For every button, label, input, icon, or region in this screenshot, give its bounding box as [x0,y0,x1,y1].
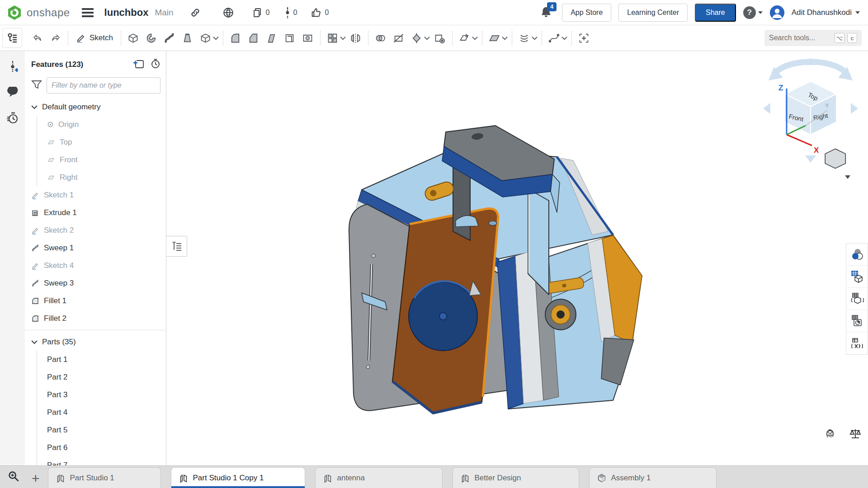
mirror-tool[interactable] [347,29,365,47]
tree-item-fillet-2[interactable]: Fillet 2 [25,310,166,327]
create-version-icon[interactable] [0,57,25,77]
user-avatar[interactable] [770,5,784,20]
tree-item-sketch-2[interactable]: Sketch 2 [25,221,166,239]
tree-item-sweep-1[interactable]: Sweep 1 [25,239,166,257]
view-arrow-right[interactable] [851,103,858,114]
custom-feature-tool[interactable] [575,29,593,47]
model-canvas[interactable]: Top Front Right Z X Y [166,51,868,466]
sketch-button[interactable]: Sketch [71,33,118,43]
part-table-icon[interactable] [846,266,868,288]
tree-item-part-5[interactable]: Part 5 [37,421,166,439]
tab-part-studio-1-copy-1[interactable]: Part Studio 1 Copy 1 [171,467,305,488]
user-menu[interactable]: Adit Dhanushkodi [792,8,860,17]
tree-item-part-4[interactable]: Part 4 [37,404,166,421]
document-menu-icon[interactable] [82,8,94,17]
fillet-tool[interactable] [226,29,245,47]
tree-item-sketch-4[interactable]: Sketch 4 [25,257,166,274]
default-geometry-group[interactable]: Default geometry [25,98,166,116]
tree-item-part-2[interactable]: Part 2 [37,368,166,386]
draft-tool[interactable] [263,29,281,47]
modify-fillet-tool[interactable] [408,29,426,47]
hole-tool[interactable] [299,29,317,47]
new-folder-icon[interactable] [132,59,144,70]
view-mode-button[interactable] [825,149,850,179]
boolean-tool[interactable] [372,29,390,47]
tab-part-studio-1[interactable]: Part Studio 1 [48,467,161,488]
history-icon[interactable] [0,108,25,128]
tree-item-sweep-3[interactable]: Sweep 3 [25,274,166,292]
versions-counter[interactable]: 0 [285,7,297,19]
lunchbox-model[interactable] [349,126,642,413]
tab-search-icon[interactable] [7,470,20,484]
custom-table-icon[interactable] [846,310,868,332]
plane-tool[interactable] [486,29,504,47]
tree-item-fillet-1[interactable]: Fillet 1 [25,292,166,310]
app-store-button[interactable]: App Store [562,4,611,22]
tree-item-right-plane[interactable]: Right [37,169,166,186]
rollback-history-icon[interactable] [150,58,160,71]
tree-item-origin[interactable]: Origin [37,116,166,133]
configuration-table-icon[interactable] [846,288,868,310]
copies-counter[interactable]: 0 [252,7,270,18]
tree-item-part-7[interactable]: Part 7 [37,456,166,466]
new-tab-button[interactable]: + [32,472,40,485]
plane-dropdown-caret[interactable] [502,34,508,42]
workspace-name[interactable]: Main [155,8,173,18]
thicken-dropdown-caret[interactable] [213,34,219,42]
model-viewport[interactable]: Top Front Right Z X Y [166,51,868,466]
notifications-button[interactable]: 4 [539,5,555,20]
tree-item-part-1[interactable]: Part 1 [37,351,166,368]
view-cube[interactable]: Top Front Right Z X Y [763,58,858,163]
linear-pattern-tool[interactable] [324,29,342,47]
mass-properties-icon[interactable] [849,428,862,441]
tree-item-extrude-1[interactable]: Extrude 1 [25,204,166,221]
modify-dropdown-caret[interactable] [424,34,430,42]
tree-item-part-3[interactable]: Part 3 [37,386,166,404]
tab-assembly-1[interactable]: Assembly 1 [589,467,717,488]
pattern-dropdown-caret[interactable] [340,34,346,42]
onshape-logo[interactable]: onshape [6,5,70,21]
helix-tool[interactable] [515,29,533,47]
model-knob[interactable] [545,299,576,330]
helix-dropdown-caret[interactable] [532,34,538,42]
appearance-panel-icon[interactable] [846,244,868,266]
tree-item-sketch-1[interactable]: Sketch 1 [25,186,166,204]
revolve-tool[interactable] [142,29,160,47]
view-arrow-left[interactable] [763,103,770,114]
tree-item-part-6[interactable]: Part 6 [37,439,166,456]
share-button[interactable]: Share [695,4,736,22]
tree-item-front-plane[interactable]: Front [37,151,166,169]
help-menu[interactable]: ? [743,6,763,19]
tree-item-top-plane[interactable]: Top [37,133,166,151]
learning-center-button[interactable]: Learning Center [618,4,688,22]
parts-group[interactable]: Parts (35) [25,333,166,351]
filter-icon[interactable] [31,80,42,91]
comment-icon[interactable] [0,83,25,103]
undo-button[interactable] [28,29,47,47]
public-globe-icon[interactable] [222,7,234,19]
thicken-tool[interactable] [197,29,215,47]
variables-table-icon[interactable] [846,332,868,354]
chamfer-tool[interactable] [245,29,263,47]
curve-dropdown-caret[interactable] [561,34,567,42]
tab-antenna[interactable]: antenna [315,467,443,488]
measure-icon[interactable] [824,428,837,441]
move-face-tool[interactable] [456,29,474,47]
search-tools-box[interactable]: Search tools... ⌥ c [764,30,862,46]
redo-button[interactable] [47,29,65,47]
feature-filter-input[interactable] [47,77,160,94]
loft-tool[interactable] [179,29,197,47]
model-speaker-disc[interactable] [409,281,477,351]
split-tool[interactable] [390,29,408,47]
sweep-tool[interactable] [160,29,179,47]
tab-better-design[interactable]: Better Design [453,467,579,488]
view-arrow-down[interactable] [805,155,816,163]
delete-face-tool[interactable] [431,29,449,47]
shell-tool[interactable] [281,29,299,47]
curve-tool[interactable] [545,29,563,47]
share-link-icon[interactable] [190,7,201,18]
move-face-dropdown-caret[interactable] [472,34,478,42]
feature-list-toggle[interactable] [2,28,22,48]
likes-counter[interactable]: 0 [311,7,329,18]
features-panel-collapse-handle[interactable] [166,236,187,257]
